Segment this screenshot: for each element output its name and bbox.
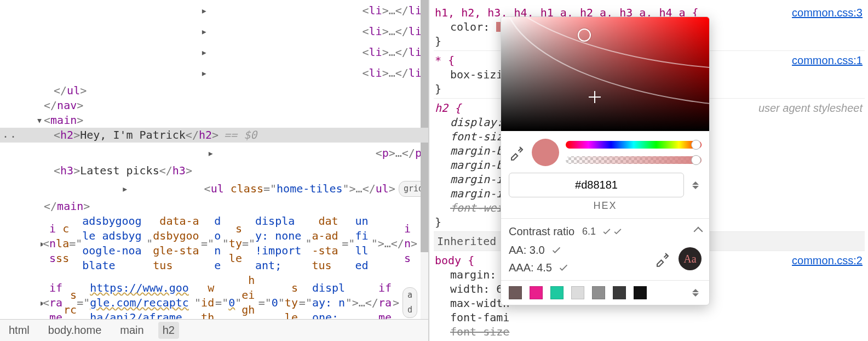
expand-caret-icon[interactable] — [45, 62, 363, 83]
palette-swatch[interactable] — [613, 286, 626, 299]
current-color-swatch[interactable] — [532, 139, 559, 166]
color-picker: HEX Contrast ratio 6.1 AA: 3.0 — [501, 16, 710, 305]
contrast-ratio-label: Contrast ratio — [509, 224, 574, 238]
dom-node-li[interactable]: <li>…</li> — [0, 21, 428, 42]
alpha-slider[interactable] — [566, 156, 702, 164]
css-property[interactable]: font-size — [435, 325, 864, 339]
dom-node-h2-selected[interactable]: ·· <h2>Hey, I'm Patrick</h2> == $0 — [0, 128, 428, 143]
hue-thumb[interactable] — [691, 140, 701, 150]
elements-panel: <li>…</li> <li>…</li> <li>…</li> <li>…</… — [0, 0, 429, 341]
color-format-label: HEX — [501, 198, 709, 218]
dom-node-nav-close[interactable]: </nav> — [0, 98, 428, 113]
eyedropper-icon[interactable] — [509, 144, 525, 161]
contrast-ratio-value: 6.1 — [582, 224, 596, 238]
css-property[interactable]: line-heig — [435, 339, 864, 341]
expand-caret-icon[interactable] — [35, 113, 44, 128]
expand-caret-icon[interactable] — [45, 143, 376, 163]
expand-caret-icon[interactable] — [45, 0, 363, 21]
ad-badge[interactable]: ad — [403, 287, 417, 318]
palette-stepper[interactable] — [689, 289, 702, 297]
h3-text-content: Latest picks — [80, 163, 159, 178]
contrast-curve-icon — [503, 16, 710, 109]
palette-swatch[interactable] — [592, 286, 605, 299]
dom-node-main-open[interactable]: <main> — [0, 113, 428, 128]
palette-swatch[interactable] — [634, 286, 647, 299]
breadcrumb-item[interactable]: main — [116, 322, 148, 339]
h2-text-content: Hey, I'm Patrick — [80, 128, 186, 143]
contrast-preview-badge: Aa — [679, 247, 702, 270]
hue-slider[interactable] — [566, 141, 702, 149]
breadcrumb-item-current[interactable]: h2 — [158, 322, 179, 339]
scrollbar-track[interactable] — [421, 0, 428, 319]
dom-node-iframe-recaptcha[interactable]: <iframe src="https://www.google.com/reca… — [0, 273, 428, 319]
dom-node-ul-close[interactable]: </ul> — [0, 83, 428, 98]
expand-caret-icon[interactable] — [45, 21, 363, 42]
contrast-collapse-toggle[interactable] — [695, 228, 702, 235]
css-selector[interactable]: * { — [435, 54, 455, 67]
palette-swatch[interactable] — [509, 286, 522, 299]
expand-caret-icon[interactable] — [35, 233, 43, 254]
source-link[interactable]: common.css:3 — [792, 5, 863, 20]
dom-node-p[interactable]: <p>…</p> — [0, 143, 428, 163]
alpha-thumb[interactable] — [691, 155, 701, 165]
chevron-up-icon[interactable] — [692, 181, 699, 185]
aa-standard-label: AA: 3.0 — [509, 243, 545, 257]
dom-node-h3[interactable]: <h3>Latest picks</h3> — [0, 163, 428, 178]
saturation-value-field[interactable] — [501, 17, 709, 131]
source-link[interactable]: common.css:1 — [792, 53, 863, 67]
check-icon — [550, 244, 562, 256]
hex-input[interactable] — [509, 173, 684, 197]
eyedropper-icon[interactable] — [654, 251, 671, 267]
chevron-down-icon[interactable] — [692, 293, 699, 297]
contrast-curve-icon — [501, 16, 710, 71]
console-ref-badge: == $0 — [224, 128, 257, 143]
aaa-standard-label: AAA: 4.5 — [509, 260, 552, 275]
dom-node-li[interactable]: <li>…</li> — [0, 42, 428, 62]
sv-selection-handle[interactable] — [578, 29, 591, 42]
drag-handle-icon[interactable]: ·· — [2, 129, 18, 144]
dom-node-ins[interactable]: <ins class="adsbygoogle adsbygoogle-noab… — [0, 214, 428, 273]
expand-caret-icon[interactable] — [45, 42, 363, 62]
breadcrumb-item[interactable]: body.home — [44, 322, 106, 339]
ua-stylesheet-label: user agent stylesheet — [758, 101, 863, 115]
css-property[interactable]: font-fami — [435, 310, 864, 325]
chevron-up-icon[interactable] — [692, 289, 699, 292]
contrast-check-icons — [601, 226, 623, 237]
css-selector[interactable]: h2 { — [435, 101, 461, 115]
format-stepper[interactable] — [689, 181, 702, 189]
expand-caret-icon[interactable] — [45, 178, 204, 199]
contrast-target-icon — [589, 91, 601, 103]
css-selector[interactable]: body { — [435, 254, 474, 267]
styles-panel: common.css:3 h1, h2, h3, h4, h1 a, h2 a,… — [429, 0, 868, 341]
palette-row — [501, 280, 709, 305]
palette-swatch[interactable] — [550, 286, 564, 299]
palette-swatch[interactable] — [530, 286, 543, 299]
dom-node-li[interactable]: <li>…</li> — [0, 62, 428, 83]
scrollbar-thumb[interactable] — [421, 0, 428, 252]
source-link[interactable]: common.css:2 — [792, 253, 863, 268]
expand-caret-icon[interactable] — [35, 292, 43, 313]
chevron-down-icon[interactable] — [692, 186, 699, 189]
dom-node-ul-home-tiles[interactable]: <ul class="home-tiles">…</ul> grid — [0, 178, 428, 199]
breadcrumb: html body.home main h2 — [0, 319, 428, 341]
palette-swatch[interactable] — [571, 286, 584, 299]
dom-node-li[interactable]: <li>…</li> — [0, 0, 428, 21]
dom-tree: <li>…</li> <li>…</li> <li>…</li> <li>…</… — [0, 0, 428, 319]
breadcrumb-item[interactable]: html — [4, 322, 34, 339]
check-icon — [557, 262, 570, 274]
dom-node-main-close[interactable]: </main> — [0, 199, 428, 214]
